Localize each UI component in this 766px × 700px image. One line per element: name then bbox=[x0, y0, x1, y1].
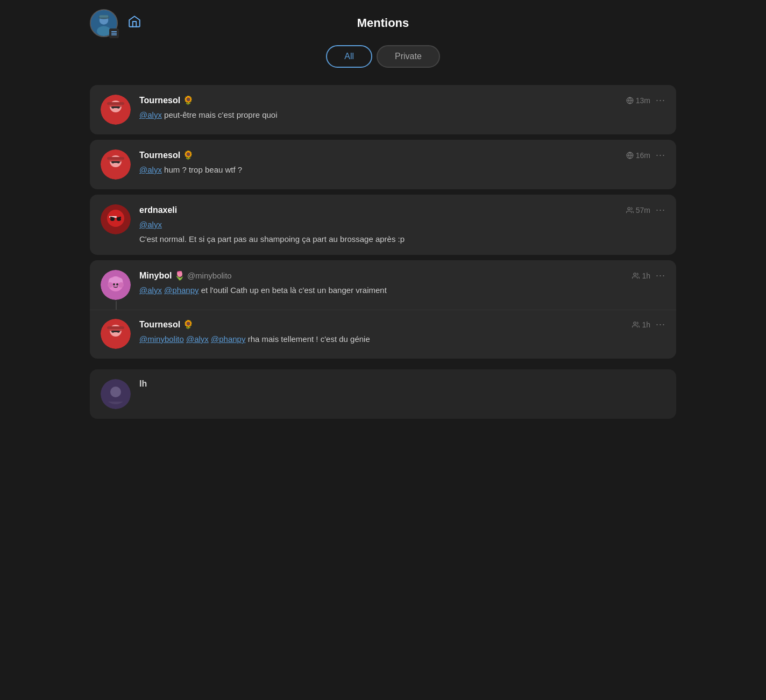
mention[interactable]: @phanpy bbox=[211, 334, 245, 344]
post-body: C'est normal. Et si ça part pas au shamp… bbox=[139, 234, 405, 244]
thread-post: Tournesol 🌻 bbox=[90, 310, 676, 359]
post-content: Ih bbox=[139, 379, 665, 392]
post-card: Tournesol 🌻 16m ··· bbox=[90, 140, 676, 189]
thread-post: Minybol 🌷 @minybolito bbox=[90, 260, 676, 310]
tabs-container: All Private bbox=[90, 45, 676, 68]
post-text: @minybolito @alyx @phanpy rha mais telle… bbox=[139, 333, 665, 346]
post-author: Tournesol 🌻 bbox=[139, 319, 194, 330]
post-card: Tournesol 🌻 13m ··· bbox=[90, 85, 676, 134]
svg-point-41 bbox=[113, 283, 115, 285]
more-options-icon[interactable]: ··· bbox=[656, 319, 665, 330]
post-content: Tournesol 🌻 13m ··· bbox=[139, 95, 665, 122]
visibility-icon: 1h bbox=[632, 272, 650, 280]
post-content: Tournesol 🌻 bbox=[139, 319, 665, 346]
posts-list: Tournesol 🌻 13m ··· bbox=[90, 85, 676, 419]
partial-post-card: Ih bbox=[90, 369, 676, 419]
post-body: hum ? trop beau wtf ? bbox=[164, 165, 242, 174]
post-avatar bbox=[101, 319, 131, 349]
user-avatar-container[interactable] bbox=[90, 9, 118, 37]
post-header: Tournesol 🌻 13m ··· bbox=[101, 95, 665, 125]
post-author: Tournesol 🌻 bbox=[139, 150, 194, 160]
post-meta-row: Minybol 🌷 @minybolito bbox=[139, 270, 665, 281]
post-author: Minybol 🌷 @minybolito bbox=[139, 270, 232, 281]
svg-point-23 bbox=[117, 161, 119, 163]
svg-point-49 bbox=[112, 331, 114, 333]
post-header: Tournesol 🌻 bbox=[101, 319, 665, 349]
post-content: erdnaxeli 57m bbox=[139, 204, 665, 245]
more-options-icon[interactable]: ··· bbox=[656, 95, 665, 106]
list-icon bbox=[111, 30, 117, 37]
post-content: Tournesol 🌻 16m ··· bbox=[139, 149, 665, 176]
mention-line[interactable]: @alyx bbox=[139, 219, 665, 231]
post-meta-row: Tournesol 🌻 16m ··· bbox=[139, 149, 665, 161]
mention[interactable]: @alyx bbox=[139, 165, 162, 174]
svg-point-33 bbox=[628, 207, 630, 210]
post-time: 57m bbox=[636, 206, 650, 215]
post-avatar bbox=[101, 149, 131, 180]
mention[interactable]: @alyx bbox=[139, 110, 162, 119]
svg-point-51 bbox=[634, 322, 636, 324]
more-options-icon[interactable]: ··· bbox=[656, 149, 665, 161]
post-body: et l'outil Cath up en beta là c'est un b… bbox=[201, 285, 387, 295]
tab-all[interactable]: All bbox=[326, 45, 372, 68]
post-meta-row: Ih bbox=[139, 379, 665, 389]
tab-private[interactable]: Private bbox=[377, 45, 440, 68]
author-name: Tournesol 🌻 bbox=[139, 150, 194, 160]
post-text: @alyx peut-être mais c'est propre quoi bbox=[139, 109, 665, 122]
post-body: peut-être mais c'est propre quoi bbox=[164, 110, 277, 119]
post-text: @alyx @phanpy et l'outil Cath up en beta… bbox=[139, 284, 665, 297]
post-time: 13m bbox=[636, 96, 650, 105]
post-time-area: 1h ··· bbox=[632, 270, 665, 281]
svg-point-42 bbox=[116, 283, 118, 285]
post-time-area: 1h ··· bbox=[632, 319, 665, 330]
mention[interactable]: @phanpy bbox=[164, 285, 198, 295]
author-name: Tournesol 🌻 bbox=[139, 95, 194, 105]
post-time-area: 57m ··· bbox=[626, 204, 665, 216]
svg-point-22 bbox=[112, 161, 114, 163]
svg-point-43 bbox=[634, 273, 636, 275]
svg-rect-4 bbox=[100, 15, 109, 18]
svg-rect-20 bbox=[107, 157, 124, 160]
post-header: erdnaxeli 57m bbox=[101, 204, 665, 245]
svg-point-13 bbox=[112, 106, 114, 109]
author-name: erdnaxeli bbox=[139, 205, 177, 215]
author-name: Tournesol 🌻 bbox=[139, 319, 194, 330]
post-avatar bbox=[101, 95, 131, 125]
avatar-badge bbox=[109, 28, 119, 38]
more-options-icon[interactable]: ··· bbox=[656, 204, 665, 216]
visibility-icon: 1h bbox=[632, 320, 650, 329]
home-icon[interactable] bbox=[127, 15, 141, 32]
post-time: 1h bbox=[642, 320, 650, 329]
mention[interactable]: @minybolito bbox=[139, 334, 184, 344]
thread-line bbox=[116, 301, 117, 310]
post-header: Ih bbox=[101, 379, 665, 409]
svg-point-14 bbox=[117, 106, 119, 109]
svg-rect-5 bbox=[111, 31, 117, 32]
mention[interactable]: @alyx bbox=[186, 334, 209, 344]
post-avatar bbox=[101, 270, 131, 300]
post-time-area: 16m ··· bbox=[626, 149, 665, 161]
post-header: Tournesol 🌻 16m ··· bbox=[101, 149, 665, 180]
post-time-area: 13m ··· bbox=[626, 95, 665, 106]
mention[interactable]: @alyx bbox=[139, 285, 162, 295]
author-handle: @minybolito bbox=[187, 271, 232, 280]
author-name: Minybol 🌷 bbox=[139, 270, 185, 281]
post-time: 16m bbox=[636, 151, 650, 160]
author-name: Ih bbox=[139, 379, 147, 389]
post-meta-row: Tournesol 🌻 13m ··· bbox=[139, 95, 665, 106]
svg-rect-47 bbox=[107, 326, 124, 329]
svg-point-27 bbox=[107, 210, 124, 227]
post-avatar bbox=[101, 379, 131, 409]
post-meta-row: erdnaxeli 57m bbox=[139, 204, 665, 216]
page-title: Mentions bbox=[357, 16, 409, 30]
post-text: @alyx hum ? trop beau wtf ? bbox=[139, 164, 665, 176]
visibility-icon: 57m bbox=[626, 206, 650, 215]
svg-rect-6 bbox=[111, 33, 117, 34]
post-time: 1h bbox=[642, 272, 650, 280]
more-options-icon[interactable]: ··· bbox=[656, 270, 665, 281]
visibility-icon: 16m bbox=[626, 151, 650, 160]
svg-point-40 bbox=[118, 282, 124, 288]
post-content: Minybol 🌷 @minybolito bbox=[139, 270, 665, 297]
svg-rect-7 bbox=[111, 34, 117, 35]
post-author: Ih bbox=[139, 379, 147, 389]
